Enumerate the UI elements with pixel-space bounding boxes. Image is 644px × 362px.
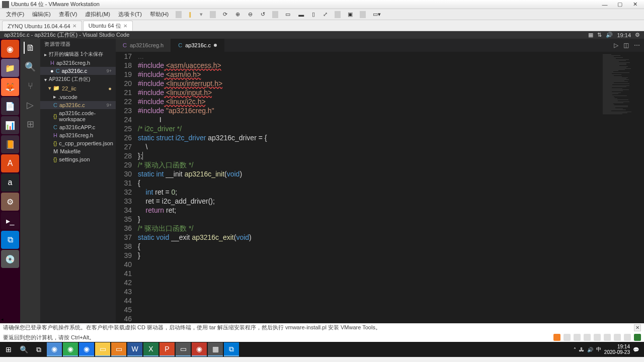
split-icon[interactable]: ◫	[623, 42, 629, 49]
file-item[interactable]: MMakefile	[40, 147, 116, 155]
settings-icon[interactable]: ⚙	[635, 32, 640, 38]
taskbar-app[interactable]: ▭	[176, 342, 191, 356]
taskbar-app[interactable]: ◉	[79, 342, 94, 356]
settings-icon[interactable]: ⚙	[1, 193, 19, 211]
menu-file[interactable]: 文件(F)	[3, 10, 27, 19]
file-item-active[interactable]: ●Cap3216c.c9+	[40, 67, 116, 75]
tray-icon[interactable]	[564, 334, 571, 341]
software-icon[interactable]: A	[1, 154, 19, 172]
volume-icon[interactable]: 🔊	[606, 32, 613, 38]
taskbar-app[interactable]: ⧉	[224, 342, 239, 356]
firefox-icon[interactable]: 🦊	[1, 78, 19, 96]
extensions-icon[interactable]: ⊞	[24, 118, 36, 130]
vscode-explorer: 资源管理器 ▸ 打开的编辑器 1个未保存 Hap3216creg.h ●Cap3…	[40, 39, 116, 323]
minimize-button[interactable]: —	[598, 1, 612, 9]
file-item[interactable]: Hap3216creg.h	[40, 131, 116, 139]
maximize-button[interactable]: ▢	[613, 1, 627, 9]
editor-tab-active[interactable]: Cap3216c.c	[171, 39, 224, 52]
folder-item[interactable]: ▾ 📁 22_iic ●	[40, 84, 116, 93]
taskbar-app[interactable]: P	[159, 342, 175, 356]
toolbar-icon[interactable]: ▬	[295, 11, 307, 19]
file-item[interactable]: Cap3216cAPP.c	[40, 123, 116, 131]
toolbar-icon[interactable]: ▯	[309, 10, 318, 19]
toolbar-icon[interactable]: ▭	[282, 10, 293, 19]
taskbar-app[interactable]: ▦	[208, 342, 223, 356]
tray-icon[interactable]	[594, 334, 601, 341]
file-item[interactable]: {}c_cpp_properties.json	[40, 139, 116, 147]
more-icon[interactable]: ⋯	[634, 42, 640, 49]
taskbar-app[interactable]: ◉	[63, 342, 78, 356]
vscode-launcher-icon[interactable]: ⧉	[1, 231, 19, 249]
code-area[interactable]: 1718192021222324252627282930313233343536…	[116, 52, 644, 323]
tray-network-icon[interactable]: 🖧	[579, 347, 584, 352]
toolbar-icon[interactable]: ⟳	[220, 10, 230, 19]
search-icon[interactable]: 🔍	[24, 61, 36, 73]
taskbar-app[interactable]: ▭	[95, 342, 110, 356]
toolbar-icon[interactable]: ⊕	[232, 10, 243, 19]
close-button[interactable]: ✕	[628, 1, 642, 9]
workspace-section[interactable]: ▾ AP3216C (工作区)	[40, 75, 116, 84]
file-item[interactable]: {}settings.json	[40, 155, 116, 163]
writer-icon[interactable]: 📄	[1, 97, 19, 115]
toolbar-icon[interactable]: ⊖	[245, 10, 256, 19]
menu-edit[interactable]: 编辑(E)	[29, 10, 54, 19]
calc-icon[interactable]: 📊	[1, 116, 19, 134]
tray-icon[interactable]	[584, 334, 591, 341]
menu-tabs[interactable]: 选项卡(T)	[115, 10, 145, 19]
network-icon[interactable]: ⇅	[597, 32, 602, 38]
toolbar-icon[interactable]: ▭▾	[370, 10, 384, 19]
open-editors-section[interactable]: ▸ 打开的编辑器 1个未保存	[40, 50, 116, 59]
notifications-icon[interactable]: 💬	[633, 347, 639, 352]
file-item[interactable]: Hap3216creg.h	[40, 59, 116, 67]
tray-icon[interactable]	[634, 334, 641, 341]
start-button[interactable]: ⊞	[1, 342, 16, 356]
tray-icon[interactable]	[614, 334, 621, 341]
tray-icon[interactable]	[604, 334, 611, 341]
tray-volume-icon[interactable]: 🔊	[587, 347, 593, 352]
tray-icon[interactable]	[553, 334, 560, 341]
vscode-title-text: ap3216c.c - ap3216c (工作区) - Visual Studi…	[4, 31, 588, 39]
taskbar-app[interactable]: ◉	[47, 342, 62, 356]
close-tip-button[interactable]: ✕	[634, 324, 641, 331]
run-icon[interactable]: ▷	[614, 42, 618, 49]
taskbar-app[interactable]: W	[127, 342, 142, 356]
file-item[interactable]: Cap3216c.c9+	[40, 101, 116, 109]
menu-vm[interactable]: 虚拟机(M)	[82, 10, 113, 19]
close-icon[interactable]: ✕	[123, 23, 127, 29]
menu-view[interactable]: 查看(V)	[56, 10, 80, 19]
toolbar-icon[interactable]: ↺	[258, 10, 268, 19]
amazon-icon[interactable]: a	[1, 173, 19, 192]
code-content[interactable]: ...#include <asm/uaccess.h>#include <asm…	[138, 52, 599, 323]
tray-icon[interactable]	[624, 334, 631, 341]
ubuntu-dash-icon[interactable]: ◉	[1, 40, 19, 58]
tray-expand-icon[interactable]: ˄	[574, 347, 576, 352]
debug-icon[interactable]: ▷	[24, 99, 36, 111]
toolbar-icon[interactable]: ▣	[345, 10, 356, 19]
terminal-icon[interactable]: ▸_	[1, 212, 19, 230]
editor-tab[interactable]: Cap3216creg.h	[116, 39, 171, 52]
taskbar-app[interactable]: ◉	[192, 342, 207, 356]
toolbar-icon[interactable]: ⤢	[320, 10, 331, 19]
taskbar-clock[interactable]: 19:14 2020-09-23	[604, 344, 630, 355]
impress-icon[interactable]: 📙	[1, 135, 19, 153]
disc-icon[interactable]: 💿	[1, 250, 19, 268]
grid-icon[interactable]: ▦	[588, 32, 593, 38]
source-control-icon[interactable]: ⑂	[24, 80, 36, 92]
search-button[interactable]: 🔍	[16, 342, 31, 356]
close-icon[interactable]: ✕	[72, 23, 76, 29]
taskbar-app[interactable]: ▭	[111, 342, 126, 356]
tray-icon[interactable]	[574, 334, 581, 341]
taskview-button[interactable]: ⧉	[31, 342, 46, 356]
pause-button[interactable]: ‖	[186, 10, 195, 19]
menu-help[interactable]: 帮助(H)	[147, 10, 172, 19]
vm-tab-zynq[interactable]: ZYNQ Ubuntu 16.04.4-64 ✕	[2, 21, 82, 31]
folder-item[interactable]: ▸ .vscode	[40, 93, 116, 101]
files-icon[interactable]: 📁	[1, 59, 19, 77]
tray-ime-icon[interactable]: 中	[596, 346, 601, 353]
explorer-icon[interactable]: 🗎	[24, 42, 36, 54]
dropdown-icon[interactable]: ▾	[197, 10, 206, 19]
vm-tab-ubuntu[interactable]: Ubuntu 64 位 ✕	[83, 21, 133, 31]
taskbar-app[interactable]: X	[143, 342, 158, 356]
minimap[interactable]	[599, 52, 644, 323]
file-item[interactable]: {}ap3216c.code-workspace	[40, 109, 116, 123]
